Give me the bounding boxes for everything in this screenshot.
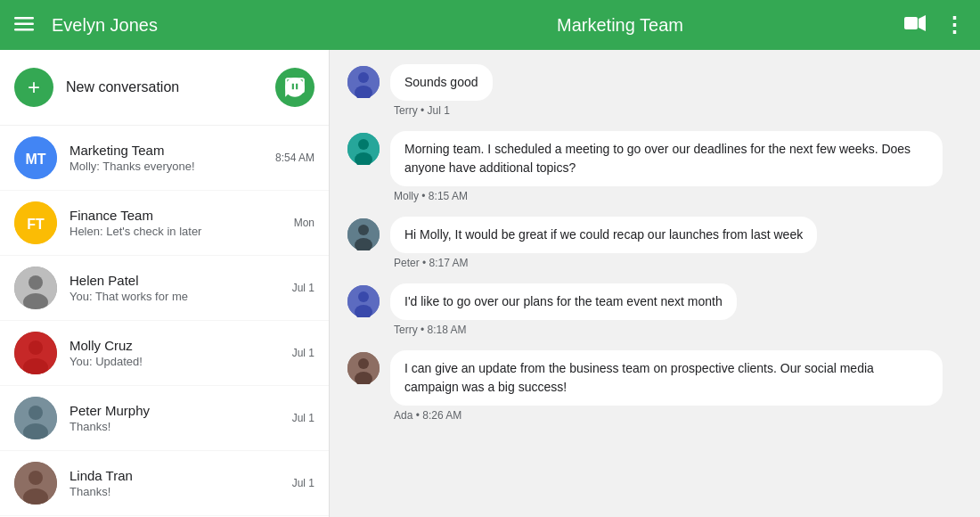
app-header: Evelyn Jones Marketing Team ⋮	[0, 0, 980, 50]
message-group: Morning team. I scheduled a meeting to g…	[347, 131, 962, 213]
message-content: Hi Molly, It would be great if we could …	[390, 217, 817, 280]
conv-item-helen-patel[interactable]: Helen Patel You: That works for me Jul 1	[0, 256, 329, 321]
message-meta: Ada • 8:26 AM	[390, 409, 943, 422]
avatar-molly-cruz	[14, 332, 57, 374]
sender-avatar-terry2	[347, 285, 380, 317]
sender-avatar-peter	[347, 218, 380, 250]
svg-rect-1	[14, 22, 34, 25]
svg-point-10	[29, 275, 43, 290]
new-conversation-button[interactable]: +	[14, 68, 53, 107]
avatar-helen-patel	[14, 267, 57, 309]
chat-title: Marketing Team	[336, 15, 904, 36]
more-options-icon[interactable]: ⋮	[943, 12, 966, 37]
svg-rect-0	[14, 17, 34, 20]
chat-area: Sounds good Terry • Jul 1 Morning team. …	[330, 50, 980, 517]
conv-time: Jul 1	[292, 347, 314, 359]
message-content: Sounds good Terry • Jul 1	[390, 64, 493, 127]
new-conversation-row[interactable]: + New conversation	[0, 50, 329, 126]
svg-point-22	[358, 72, 369, 83]
conv-info-finance-team: Finance Team Helen: Let's check in later	[69, 208, 287, 238]
conv-info-peter-murphy: Peter Murphy Thanks!	[69, 403, 285, 433]
message-bubble: I'd like to go over our plans for the te…	[390, 283, 737, 320]
conv-item-marketing-team[interactable]: MT Marketing Team Molly: Thanks everyone…	[0, 126, 329, 191]
conv-info-molly-cruz: Molly Cruz You: Updated!	[69, 338, 285, 368]
message-meta: Molly • 8:15 AM	[390, 190, 943, 202]
avatar-marketing-team: MT	[14, 136, 57, 179]
svg-point-19	[29, 471, 43, 485]
svg-point-16	[29, 406, 43, 420]
message-bubble: Sounds good	[390, 64, 493, 101]
svg-point-25	[358, 139, 369, 150]
conv-name: Molly Cruz	[69, 338, 285, 353]
header-actions: ⋮	[904, 12, 966, 37]
svg-point-34	[358, 358, 369, 369]
avatar-peter-murphy	[14, 397, 57, 439]
conv-preview: Molly: Thanks everyone!	[69, 160, 268, 173]
conv-time: Jul 1	[292, 412, 314, 424]
message-group: Sounds good Terry • Jul 1	[347, 64, 962, 127]
conv-time: 8:54 AM	[275, 152, 314, 164]
message-bubble: Morning team. I scheduled a meeting to g…	[390, 131, 943, 186]
conv-preview: You: Updated!	[69, 355, 285, 368]
conv-preview: Thanks!	[69, 485, 285, 498]
video-call-icon[interactable]	[904, 15, 926, 36]
main-content: + New conversation MT Marketing Team	[0, 50, 980, 517]
conv-preview: Helen: Let's check in later	[69, 225, 287, 238]
message-bubble: Hi Molly, It would be great if we could …	[390, 217, 817, 253]
user-name: Evelyn Jones	[52, 15, 336, 36]
svg-text:MT: MT	[25, 152, 45, 167]
svg-rect-2	[14, 29, 34, 31]
conv-name: Finance Team	[69, 208, 287, 223]
message-meta: Peter • 8:17 AM	[390, 257, 817, 269]
new-conversation-label: New conversation	[66, 79, 275, 95]
conv-time: Jul 1	[292, 282, 314, 294]
hangouts-icon[interactable]	[275, 68, 314, 107]
message-meta: Terry • 8:18 AM	[390, 324, 737, 336]
sender-avatar-molly	[347, 133, 380, 165]
conv-preview: Thanks!	[69, 420, 285, 433]
svg-point-28	[358, 225, 369, 235]
conv-item-molly-cruz[interactable]: Molly Cruz You: Updated! Jul 1	[0, 321, 329, 386]
message-content: Morning team. I scheduled a meeting to g…	[390, 131, 943, 213]
message-content: I'd like to go over our plans for the te…	[390, 283, 737, 347]
conv-item-linda-tran[interactable]: Linda Tran Thanks! Jul 1	[0, 451, 329, 516]
menu-icon[interactable]	[14, 15, 34, 36]
conv-info-helen-patel: Helen Patel You: That works for me	[69, 273, 285, 303]
svg-marker-4	[919, 15, 926, 31]
message-group: I'd like to go over our plans for the te…	[347, 283, 962, 347]
message-group: Hi Molly, It would be great if we could …	[347, 217, 962, 280]
svg-point-13	[29, 341, 43, 355]
sidebar: + New conversation MT Marketing Team	[0, 50, 330, 517]
avatar-linda-tran	[14, 462, 57, 505]
conv-preview: You: That works for me	[69, 290, 285, 303]
conv-item-peter-murphy[interactable]: Peter Murphy Thanks! Jul 1	[0, 386, 329, 451]
conv-info-marketing-team: Marketing Team Molly: Thanks everyone!	[69, 143, 268, 173]
message-bubble: I can give an update from the business t…	[390, 350, 943, 406]
sender-avatar-ada	[347, 352, 380, 384]
svg-point-31	[358, 291, 369, 302]
sender-avatar-terry	[347, 66, 380, 98]
svg-text:FT: FT	[27, 217, 45, 232]
conv-info-linda-tran: Linda Tran Thanks!	[69, 468, 285, 498]
conv-time: Jul 1	[292, 477, 314, 489]
avatar-finance-team: FT	[14, 201, 57, 244]
conv-name: Peter Murphy	[69, 403, 285, 418]
message-meta: Terry • Jul 1	[390, 104, 493, 117]
conv-name: Helen Patel	[69, 273, 285, 288]
conv-name: Marketing Team	[69, 143, 268, 158]
svg-rect-3	[904, 17, 918, 29]
conv-name: Linda Tran	[69, 468, 285, 483]
conv-time: Mon	[294, 217, 314, 229]
message-group: I can give an update from the business t…	[347, 350, 962, 432]
conv-item-finance-team[interactable]: FT Finance Team Helen: Let's check in la…	[0, 191, 329, 256]
message-content: I can give an update from the business t…	[390, 350, 943, 432]
